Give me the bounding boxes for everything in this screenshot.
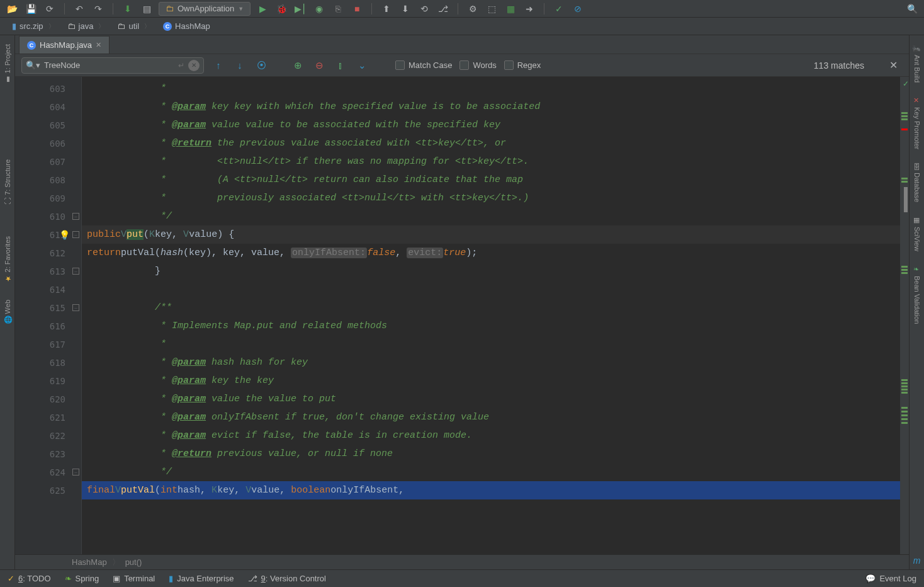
line-number: 622 [15, 426, 70, 445]
update-icon[interactable]: ⬇ [398, 2, 412, 16]
todo-toolwin-tab[interactable]: ✓6: TODO [8, 574, 51, 583]
line-number: 616 [15, 317, 70, 335]
next-match-icon[interactable]: ↓ [233, 59, 247, 72]
debug-icon[interactable]: 🐞 [274, 2, 288, 16]
run-icon[interactable]: ▶ [256, 2, 269, 16]
line-number: 605 [15, 116, 70, 134]
error-stripe[interactable]: ✓ [900, 77, 909, 554]
navigation-breadcrumbs: ▮ src.zip 〉 🗀 java 〉 🗀 util 〉 C HashMap [0, 18, 924, 35]
inspection-ok-icon: ✓ [903, 79, 909, 88]
profile-icon[interactable]: ◉ [312, 2, 326, 16]
match-count: 113 matches [814, 60, 864, 71]
line-number: 623 [15, 445, 70, 463]
line-number: 619 [15, 372, 70, 390]
tool5-icon[interactable]: ✓ [552, 2, 566, 16]
line-number: 603 [15, 79, 70, 98]
folder-icon: 🗀 [166, 4, 174, 13]
checkbox-box [395, 60, 405, 70]
structure-toolwin-tab[interactable]: ⛶7: Structure [3, 156, 13, 208]
line-number: 607 [15, 152, 70, 171]
crumb-util[interactable]: 🗀 util 〉 [111, 19, 156, 33]
open-icon[interactable]: 📂 [5, 2, 19, 16]
line-number: 615 [15, 299, 70, 317]
clear-icon[interactable]: ✕ [188, 60, 200, 71]
tool4-icon[interactable]: ➜ [522, 2, 536, 16]
tool3-icon[interactable]: ▦ [504, 2, 517, 16]
line-number: 625 [15, 481, 70, 499]
fold-end-icon[interactable]: – [70, 207, 81, 225]
forward-icon[interactable]: ▤ [140, 2, 154, 16]
redo-icon[interactable]: ↷ [91, 2, 105, 16]
undo-icon[interactable]: ↶ [72, 2, 86, 16]
editor-breadcrumbs[interactable]: HashMap 〉 put() [15, 554, 909, 569]
run-config-selector[interactable]: 🗀 OwnApplication ▼ [159, 2, 251, 16]
close-icon[interactable]: ✕ [96, 41, 101, 49]
fold-start-icon[interactable]: – [72, 231, 79, 238]
enterprise-toolwin-tab[interactable]: ▮Java Enterprise [169, 574, 234, 583]
project-toolwin-tab[interactable]: ▮1: Project [2, 40, 13, 88]
stop-icon[interactable]: ■ [350, 2, 364, 16]
database-toolwin-tab[interactable]: 🗄Database [912, 159, 922, 206]
select-all-icon[interactable]: ⦿ [254, 59, 268, 72]
terminal-toolwin-tab[interactable]: ▣Terminal [113, 574, 155, 583]
crumb-src[interactable]: ▮ src.zip 〉 [6, 19, 60, 33]
match-case-checkbox[interactable]: Match Case [395, 60, 452, 70]
find-input[interactable] [44, 60, 174, 70]
error-marker[interactable] [901, 128, 908, 130]
chevron-right-icon: 〉 [48, 22, 55, 31]
keypromoter-toolwin-tab[interactable]: ✕Key Promoter [911, 93, 922, 153]
fold-end-icon[interactable]: – [70, 262, 81, 280]
save-icon[interactable]: 💾 [24, 2, 38, 16]
line-number: 617 [15, 335, 70, 353]
add-selection-icon[interactable]: ⊕ [291, 59, 305, 72]
file-tab[interactable]: C HashMap.java ✕ [19, 36, 110, 54]
crumb-java[interactable]: 🗀 java 〉 [62, 19, 111, 33]
regex-checkbox[interactable]: Regex [504, 60, 541, 70]
commit-icon[interactable]: ⬆ [380, 2, 393, 16]
words-checkbox[interactable]: Words [459, 60, 496, 70]
web-toolwin-tab[interactable]: 🌐Web [2, 296, 13, 328]
sciview-toolwin-tab[interactable]: ▦SciView [911, 212, 922, 255]
favorites-toolwin-tab[interactable]: ★2: Favorites [2, 232, 13, 287]
branch-icon[interactable]: ⎇ [436, 2, 450, 16]
back-icon[interactable]: ⬇ [121, 2, 135, 16]
line-number: 608 [15, 171, 70, 189]
find-input-box[interactable]: 🔍▾ ↵ ✕ [21, 57, 204, 74]
fold-start-icon[interactable]: – [70, 299, 81, 317]
remove-selection-icon[interactable]: ⊖ [312, 59, 326, 72]
sync-icon[interactable]: ⟳ [43, 2, 57, 16]
tool6-icon[interactable]: ⊘ [571, 2, 585, 16]
tool2-icon[interactable]: ⬚ [485, 2, 499, 16]
checkbox-box [504, 60, 514, 70]
history-icon[interactable]: ⟲ [417, 2, 431, 16]
crumb-class[interactable]: C HashMap [157, 19, 216, 33]
chevron-down-icon: ▼ [238, 6, 244, 12]
prev-match-icon[interactable]: ↑ [211, 59, 225, 72]
coverage-icon[interactable]: ▶⎮ [293, 2, 307, 16]
maven-icon[interactable]: m [913, 556, 921, 569]
select-all-occ-icon[interactable]: ⫿ [334, 59, 347, 72]
scrollbar-thumb[interactable] [904, 187, 908, 212]
code-text[interactable]: * * @param key key with which the specif… [82, 77, 900, 554]
ant-toolwin-tab[interactable]: 🐜Ant Build [911, 40, 922, 86]
bean-toolwin-tab[interactable]: ❧Bean Validation [911, 261, 922, 328]
folder-icon: 🗀 [67, 21, 76, 31]
attach-icon[interactable]: ⎘ [331, 2, 345, 16]
fold-end-icon[interactable]: – [70, 463, 81, 481]
vcs-toolwin-tab[interactable]: ⎇9: Version Control [248, 574, 326, 583]
search-everywhere-icon[interactable]: 🔍 [905, 2, 919, 16]
filter-icon[interactable]: ⌄ [355, 59, 369, 72]
class-icon: C [27, 41, 36, 50]
newline-icon[interactable]: ↵ [178, 61, 184, 70]
close-find-icon[interactable]: ✕ [884, 59, 903, 71]
intention-bulb-icon[interactable]: 💡 [59, 230, 70, 240]
run-config-label: OwnApplication [177, 4, 234, 13]
event-log-tab[interactable]: 💬Event Log [865, 574, 916, 583]
chevron-right-icon: 〉 [112, 557, 120, 568]
spring-toolwin-tab[interactable]: ❧Spring [65, 574, 99, 583]
editor-area[interactable]: 603 604 605 606 607 608 609 610 611⬍ ⬍ 6… [15, 77, 909, 554]
line-number: 621 [15, 408, 70, 426]
class-icon: C [163, 22, 172, 31]
separator [544, 3, 544, 14]
tool1-icon[interactable]: ⚙ [466, 2, 480, 16]
